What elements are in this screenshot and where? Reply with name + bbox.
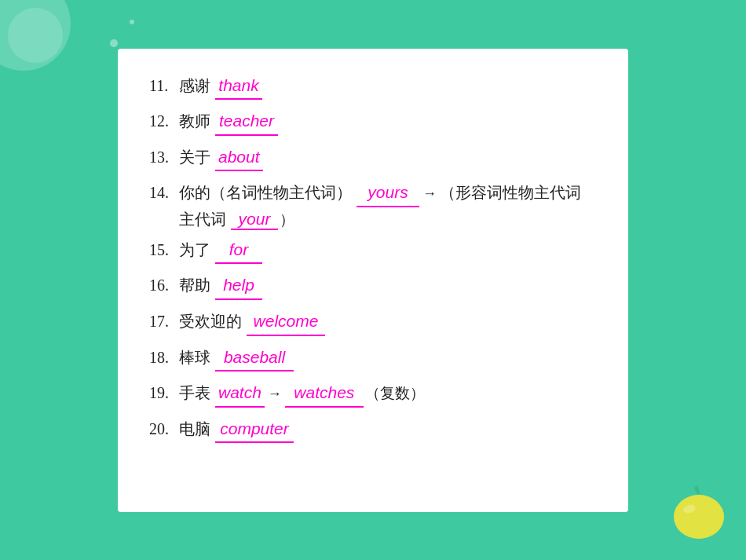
content-card: 11. 感谢 thank 12. 教师 teacher 13. 关于 about… (118, 49, 628, 512)
list-item: 14. 你的（名词性物主代词） yours → （形容词性物主代词 (149, 179, 597, 207)
item-number: 19. (149, 380, 179, 405)
list-item: 12. 教师 teacher (149, 108, 597, 136)
answer-word: help (215, 272, 262, 300)
chinese-word: 你的（名词性物主代词） (179, 180, 352, 205)
answer-word: watch (215, 379, 265, 408)
paren: ） (280, 210, 294, 230)
plural-label: （复数） (365, 382, 425, 405)
item-number: 16. (149, 273, 179, 298)
item-number: 17. (149, 309, 179, 334)
list-item: 16. 帮助 help (149, 272, 597, 300)
item-number: 13. (149, 145, 179, 170)
answer-word: computer (215, 415, 294, 444)
sub-item: 主代词 your ） (179, 209, 597, 230)
arrow-icon: → (422, 182, 437, 205)
chinese-suffix: （形容词性物主代词 (440, 180, 581, 205)
chinese-sub: 主代词 (179, 209, 226, 230)
chinese-word: 关于 (179, 145, 210, 170)
item-number: 12. (149, 108, 179, 134)
chinese-word: 电脑 (179, 416, 210, 441)
answer-word: thank (215, 72, 262, 101)
answer-sub: your (231, 210, 278, 230)
svg-point-1 (674, 495, 724, 539)
list-item: 13. 关于 about (149, 144, 597, 172)
answer-word: baseball (215, 344, 294, 372)
chinese-word: 教师 (179, 108, 210, 134)
list-item: 19. 手表 watch → watches （复数） (149, 379, 597, 408)
list-item: 18. 棒球 baseball (149, 344, 597, 372)
vocabulary-list: 11. 感谢 thank 12. 教师 teacher 13. 关于 about… (149, 72, 597, 444)
answer-word-2: watches (285, 379, 364, 408)
list-item: 17. 受欢迎的 welcome (149, 308, 597, 336)
answer-word: welcome (247, 308, 325, 336)
item-number: 15. (149, 237, 179, 262)
lemon-decoration (667, 481, 730, 544)
chinese-word: 为了 (179, 237, 210, 262)
item-number: 14. (149, 180, 179, 205)
answer-word: about (215, 144, 263, 172)
item-number: 18. (149, 345, 179, 370)
chinese-word: 感谢 (179, 73, 210, 98)
answer-word: yours (357, 179, 419, 207)
answer-word: teacher (215, 108, 278, 136)
item-number: 11. (149, 73, 179, 98)
chinese-word: 帮助 (179, 273, 210, 298)
list-item: 20. 电脑 computer (149, 415, 597, 444)
item-number: 20. (149, 416, 179, 441)
answer-word: for (215, 236, 262, 265)
chinese-word: 受欢迎的 (179, 309, 242, 334)
list-item: 11. 感谢 thank (149, 72, 597, 101)
list-item: 15. 为了 for (149, 236, 597, 265)
chinese-word: 棒球 (179, 345, 210, 370)
chinese-word: 手表 (179, 380, 210, 405)
arrow-icon: → (268, 382, 282, 405)
